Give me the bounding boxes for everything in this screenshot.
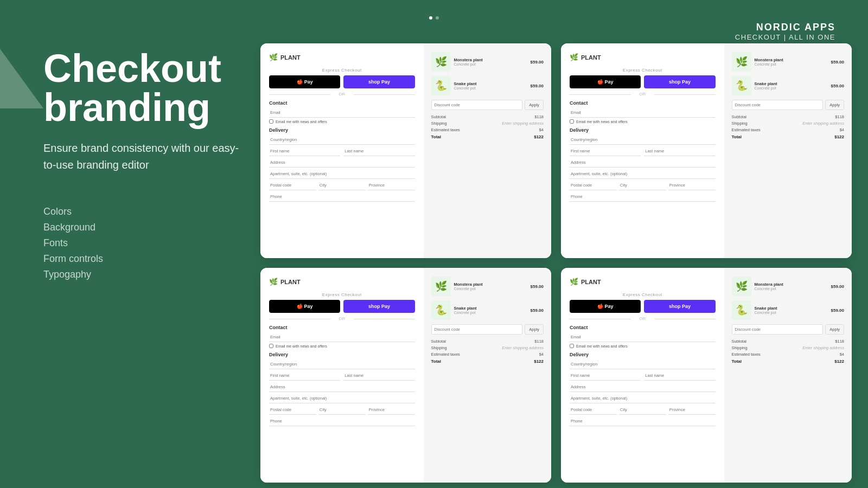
province-field-4[interactable] bbox=[668, 405, 716, 415]
phone-field[interactable] bbox=[269, 192, 415, 202]
apple-pay-button-4[interactable]: 🍎 Pay bbox=[570, 300, 641, 313]
subtotal-value-c3: $118 bbox=[534, 339, 544, 344]
country-field[interactable] bbox=[269, 135, 415, 145]
discount-input-c2[interactable] bbox=[732, 100, 824, 110]
product-2-name-c3: Snake plant bbox=[454, 306, 527, 311]
leaf-icon: 🌿 bbox=[269, 53, 278, 61]
card-4-summary: 🌿 Monstera plant Concrete pot $59.00 🐍 S… bbox=[724, 268, 852, 483]
phone-field-2[interactable] bbox=[570, 192, 716, 202]
address-row-2 bbox=[269, 181, 415, 192]
shop-pay-button-2[interactable]: shop Pay bbox=[644, 75, 715, 88]
postal-field-4[interactable] bbox=[570, 405, 617, 415]
apple-pay-button-2[interactable]: 🍎 Pay bbox=[570, 75, 641, 88]
nav-typography[interactable]: Typogaphy bbox=[43, 269, 250, 280]
province-field-3[interactable] bbox=[368, 405, 415, 415]
email-checkbox-2[interactable] bbox=[570, 119, 574, 124]
discount-input-c3[interactable] bbox=[431, 324, 523, 335]
province-field[interactable] bbox=[368, 181, 415, 190]
product-1-c3: 🌿 Monstera plant Concrete pot $59.00 bbox=[431, 277, 544, 296]
logo-text: PLANT bbox=[280, 54, 301, 61]
apartment-field-2[interactable] bbox=[570, 169, 716, 179]
city-field-3[interactable] bbox=[318, 405, 366, 415]
email-checkbox-row-3: Email me with news and offers bbox=[269, 344, 415, 348]
apply-button-c3[interactable]: Apply bbox=[525, 324, 544, 335]
express-label-4: Express Checkout bbox=[570, 292, 716, 297]
discount-input-c4[interactable] bbox=[732, 324, 824, 335]
product-2-name-c4: Snake plant bbox=[755, 306, 828, 311]
apple-pay-button-3[interactable]: 🍎 Pay bbox=[269, 300, 340, 313]
last-name-field-4[interactable] bbox=[644, 371, 715, 381]
checkbox-label: Email me with news and offers bbox=[276, 120, 327, 124]
discount-input[interactable] bbox=[431, 100, 523, 110]
last-name-field[interactable] bbox=[343, 146, 414, 156]
product-1-image: 🌿 bbox=[431, 52, 451, 72]
nav-fonts[interactable]: Fonts bbox=[43, 237, 250, 249]
name-row-3 bbox=[269, 371, 415, 382]
delivery-label-3: Delivery bbox=[269, 352, 415, 357]
email-field-2[interactable] bbox=[570, 108, 716, 118]
contact-label: Contact bbox=[269, 100, 415, 106]
email-field-4[interactable] bbox=[570, 332, 716, 342]
shipping-line-c3: Shipping Enter shipping address bbox=[431, 345, 544, 350]
product-1-info-c3: Monstera plant Concrete pot bbox=[454, 282, 527, 291]
nav-form-controls[interactable]: Form controls bbox=[43, 253, 250, 265]
province-field-2[interactable] bbox=[668, 181, 716, 190]
nav-background[interactable]: Background bbox=[43, 222, 250, 233]
contact-label-3: Contact bbox=[269, 325, 415, 330]
city-field-4[interactable] bbox=[619, 405, 666, 415]
first-name-field-3[interactable] bbox=[269, 371, 340, 381]
shipping-value: Enter shipping address bbox=[502, 121, 544, 126]
postal-field-2[interactable] bbox=[570, 181, 617, 190]
taxes-value: $4 bbox=[539, 127, 544, 132]
email-checkbox-3[interactable] bbox=[269, 344, 273, 348]
name-row bbox=[269, 146, 415, 158]
email-checkbox-4[interactable] bbox=[570, 344, 574, 348]
phone-field-3[interactable] bbox=[269, 416, 415, 426]
apartment-field-4[interactable] bbox=[570, 394, 716, 403]
shop-pay-button-3[interactable]: shop Pay bbox=[343, 300, 414, 313]
apple-pay-button[interactable]: 🍎 Pay bbox=[269, 75, 340, 88]
shipping-line-c4: Shipping Enter shipping address bbox=[732, 345, 844, 350]
city-field-2[interactable] bbox=[619, 181, 666, 190]
shop-pay-button[interactable]: shop Pay bbox=[343, 75, 414, 88]
product-1-type-c3: Concrete pot bbox=[454, 287, 527, 291]
country-field-4[interactable] bbox=[570, 359, 716, 369]
last-name-field-2[interactable] bbox=[644, 146, 715, 156]
pay-buttons-2: 🍎 Pay shop Pay bbox=[570, 75, 716, 88]
country-field-3[interactable] bbox=[269, 359, 415, 369]
postal-field[interactable] bbox=[269, 181, 316, 190]
address-field-2[interactable] bbox=[570, 158, 716, 168]
address-field-4[interactable] bbox=[570, 382, 716, 392]
nav-colors[interactable]: Colors bbox=[43, 206, 250, 217]
email-field[interactable] bbox=[269, 108, 415, 118]
country-field-2[interactable] bbox=[570, 135, 716, 145]
product-name: CHECKOUT | ALL IN ONE bbox=[735, 33, 835, 41]
postal-field-3[interactable] bbox=[269, 405, 316, 415]
first-name-field-2[interactable] bbox=[570, 146, 641, 156]
taxes-label-c3: Estimated taxes bbox=[431, 352, 460, 357]
apply-button[interactable]: Apply bbox=[525, 100, 544, 110]
total-label: Total bbox=[431, 134, 442, 139]
leaf-icon-3: 🌿 bbox=[269, 278, 278, 286]
address-field[interactable] bbox=[269, 158, 415, 168]
taxes-line-c2: Estimated taxes $4 bbox=[732, 127, 844, 132]
phone-field-4[interactable] bbox=[570, 416, 716, 426]
email-field-3[interactable] bbox=[269, 332, 415, 342]
last-name-field-3[interactable] bbox=[343, 371, 414, 381]
apply-button-c2[interactable]: Apply bbox=[825, 100, 844, 110]
shipping-line: Shipping Enter shipping address bbox=[431, 121, 544, 126]
apartment-field-3[interactable] bbox=[269, 394, 415, 403]
shop-pay-button-4[interactable]: shop Pay bbox=[644, 300, 715, 313]
apply-button-c4[interactable]: Apply bbox=[825, 324, 844, 335]
product-1-type-c4: Concrete pot bbox=[755, 287, 828, 291]
card-4-logo: 🌿 PLANT bbox=[570, 278, 716, 286]
city-field[interactable] bbox=[318, 181, 366, 190]
first-name-field-4[interactable] bbox=[570, 371, 641, 381]
email-checkbox[interactable] bbox=[269, 119, 273, 124]
total-value: $122 bbox=[534, 134, 544, 139]
first-name-field[interactable] bbox=[269, 146, 340, 156]
apartment-field[interactable] bbox=[269, 169, 415, 179]
shipping-label-c2: Shipping bbox=[732, 121, 748, 126]
address-field-3[interactable] bbox=[269, 382, 415, 392]
delivery-label-4: Delivery bbox=[570, 352, 716, 357]
